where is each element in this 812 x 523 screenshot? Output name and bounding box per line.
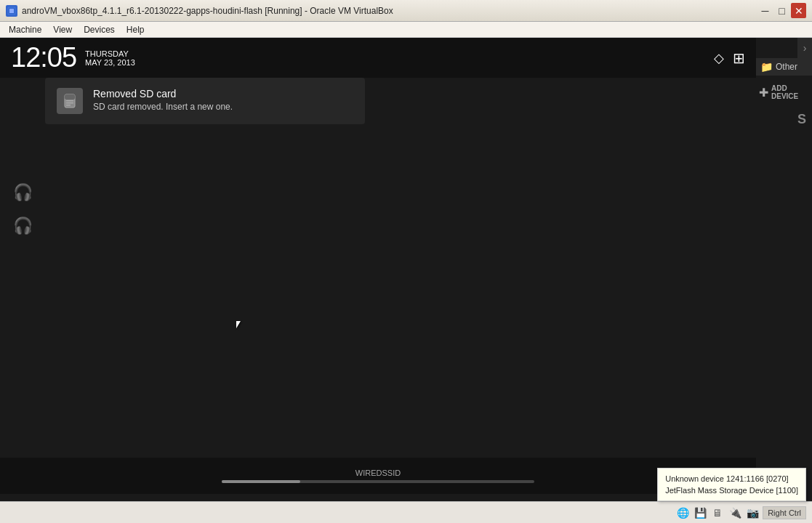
sidebar-s-indicator: S bbox=[792, 106, 812, 133]
notification-panel: Removed SD card SD card removed. Insert … bbox=[45, 78, 365, 124]
tooltip-item-1: Unknown device 1241:1166 [0270] bbox=[665, 473, 798, 485]
usb-indicator: 🔌 bbox=[728, 506, 742, 520]
expand-panel-button[interactable]: › bbox=[797, 38, 812, 58]
maximize-button[interactable]: □ bbox=[774, 3, 789, 18]
folder-icon: 📁 bbox=[760, 61, 773, 73]
slider-fill bbox=[222, 480, 300, 483]
android-screen[interactable]: 12:05 THURSDAY MAY 23, 2013 ◇ ⊞ bbox=[0, 38, 756, 494]
left-sidebar: 🎧 🎧 bbox=[0, 96, 45, 235]
notification-title: Removed SD card bbox=[93, 88, 353, 100]
other-tab-label: Other bbox=[776, 62, 797, 72]
vm-status-bar: 🌐 💾 🖥 🔌 📷 Right Ctrl Unknown device 1241… bbox=[0, 501, 812, 523]
equalizer-icon: ⊞ bbox=[733, 49, 745, 67]
notification-content: Removed SD card SD card removed. Insert … bbox=[93, 88, 353, 112]
storage-indicator: 💾 bbox=[693, 506, 707, 520]
menu-help[interactable]: Help bbox=[121, 23, 150, 36]
headphone-icon-2: 🎧 bbox=[13, 216, 33, 235]
bottom-slider[interactable] bbox=[222, 480, 534, 483]
window-title: androVM_vbox86tp_4.1.1_r6.1-20130222-gap… bbox=[22, 6, 393, 16]
network-indicator: 🌐 bbox=[675, 506, 690, 520]
display-indicator: 🖥 bbox=[710, 506, 725, 520]
close-button[interactable]: ✕ bbox=[791, 3, 806, 18]
svg-rect-5 bbox=[66, 102, 73, 104]
svg-rect-4 bbox=[66, 100, 73, 102]
mouse-cursor bbox=[236, 321, 245, 334]
menu-view[interactable]: View bbox=[47, 23, 78, 36]
svg-rect-6 bbox=[66, 105, 71, 106]
date-display: THURSDAY MAY 23, 2013 bbox=[85, 49, 135, 67]
add-device-button[interactable]: ✚ ADD DEVICE bbox=[756, 78, 812, 106]
status-icons: ◇ ⊞ bbox=[714, 49, 745, 67]
right-ctrl-badge: Right Ctrl bbox=[763, 506, 806, 519]
sd-card-icon bbox=[57, 88, 83, 114]
title-bar-left: androVM_vbox86tp_4.1.1_r6.1-20130222-gap… bbox=[6, 5, 393, 17]
add-device-label: ADD DEVICE bbox=[771, 84, 809, 100]
device-tooltip: Unknown device 1241:1166 [0270] JetFlash… bbox=[657, 468, 806, 501]
svg-rect-1 bbox=[9, 9, 14, 13]
date-label: MAY 23, 2013 bbox=[85, 58, 135, 67]
right-panel: › 📁 Other ✚ ADD DEVICE S bbox=[756, 38, 812, 501]
minimize-button[interactable]: ─ bbox=[757, 3, 773, 18]
window-controls: ─ □ ✕ bbox=[757, 3, 806, 18]
plus-icon: ✚ bbox=[759, 86, 768, 100]
rotate-icon: ◇ bbox=[714, 50, 724, 66]
tooltip-item-2: JetFlash Mass Storage Device [1100] bbox=[665, 485, 798, 496]
menu-bar: Machine View Devices Help bbox=[0, 22, 812, 38]
notification-item: Removed SD card SD card removed. Insert … bbox=[45, 78, 365, 124]
notification-body: SD card removed. Insert a new one. bbox=[93, 102, 353, 112]
android-status-bar: 12:05 THURSDAY MAY 23, 2013 ◇ ⊞ bbox=[0, 38, 756, 78]
other-tab[interactable]: 📁 Other bbox=[756, 58, 812, 76]
android-bottom-bar: WIREDSSID bbox=[0, 458, 756, 494]
title-bar: androVM_vbox86tp_4.1.1_r6.1-20130222-gap… bbox=[0, 0, 812, 22]
day-label: THURSDAY bbox=[85, 49, 135, 58]
headphone-icon-1: 🎧 bbox=[13, 183, 33, 202]
right-ctrl-label: Right Ctrl bbox=[768, 508, 801, 517]
camera-indicator: 📷 bbox=[745, 506, 760, 520]
time-display: 12:05 bbox=[11, 42, 76, 73]
menu-devices[interactable]: Devices bbox=[78, 23, 121, 36]
virtualbox-icon bbox=[6, 5, 17, 17]
bottom-label: WIREDSSID bbox=[355, 469, 401, 477]
svg-rect-3 bbox=[65, 94, 75, 100]
menu-machine[interactable]: Machine bbox=[3, 23, 47, 36]
